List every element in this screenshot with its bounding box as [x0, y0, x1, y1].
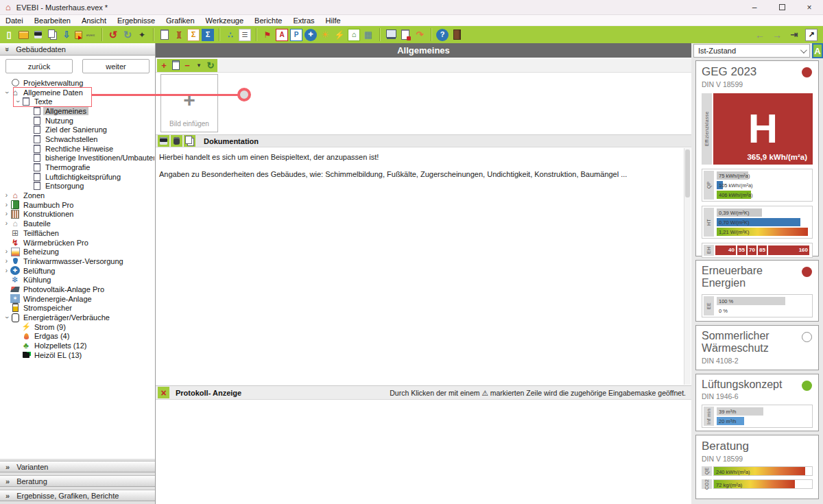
report-error-icon[interactable] — [399, 29, 412, 41]
exit-door-icon[interactable] — [451, 29, 463, 41]
trend-chart-icon[interactable]: ↗ — [805, 29, 818, 41]
sum-orange-icon[interactable]: Σ — [187, 29, 200, 41]
documentation-text[interactable]: Hierbei handelt es sich um einen Beispie… — [156, 148, 684, 385]
menu-item-extras[interactable]: Extras — [287, 16, 320, 25]
computer-report-icon[interactable] — [385, 29, 397, 41]
sum-blue-icon[interactable]: Σ — [202, 29, 214, 41]
flowchart-icon[interactable]: ∴ — [224, 29, 237, 41]
protokoll-close-button[interactable]: × — [158, 387, 169, 398]
building-geometry-icon[interactable]: ][ — [173, 29, 185, 41]
tree-expander-icon[interactable]: › — [3, 314, 10, 322]
p-badge-icon[interactable]: P — [290, 29, 302, 41]
tree-item-nutzung[interactable]: Nutzung — [0, 116, 154, 125]
tree-expander-icon[interactable]: › — [3, 220, 10, 227]
marker-flag-icon[interactable]: ⚑ — [261, 29, 274, 41]
menu-item-werkzeuge[interactable]: Werkzeuge — [200, 16, 249, 25]
replace-icon[interactable]: ↻ — [205, 60, 216, 71]
save-icon[interactable] — [32, 29, 44, 41]
redo-icon[interactable]: ↻ — [121, 29, 134, 41]
tree-expander-icon[interactable]: › — [3, 267, 10, 274]
next-button[interactable]: weiter — [82, 59, 150, 73]
accordion-varianten[interactable]: »Varianten — [0, 461, 155, 472]
tree-expander-icon[interactable]: › — [3, 211, 10, 217]
tree-item-allgemeines[interactable]: Allgemeines — [0, 106, 154, 116]
paste-icon[interactable] — [170, 60, 181, 71]
tree-item-stromspeicher[interactable]: Stromspeicher — [0, 304, 154, 313]
tree-item-raumbuch-pro[interactable]: ›Raumbuch Pro — [0, 200, 154, 210]
evex-badge-icon[interactable]: evex — [84, 29, 97, 41]
close-button[interactable]: × — [796, 3, 823, 12]
wizard-icon[interactable]: ✦ — [136, 29, 148, 41]
tree-expander-icon[interactable]: › — [3, 202, 10, 208]
tree-item-trinkwarmwasser-versorgung[interactable]: ›Trinkwarmwasser-Versorgung — [0, 256, 154, 266]
import-icon[interactable]: ⇩ — [60, 29, 73, 41]
a-button[interactable]: A — [812, 43, 823, 58]
menu-item-berichte[interactable]: Berichte — [249, 16, 287, 25]
tree-item-wärmebrücken-pro[interactable]: ↯Wärmebrücken Pro — [0, 238, 154, 248]
tree-item-zonen[interactable]: ›⌂Zonen — [0, 191, 154, 200]
tree-item-allgemeine-daten[interactable]: ›⌂Allgemeine Daten — [0, 88, 154, 97]
menu-item-ansicht[interactable]: Ansicht — [76, 16, 112, 25]
sidebar-header[interactable]: » Gebäudedaten — [0, 43, 155, 56]
tree-expander-icon[interactable]: › — [3, 248, 10, 255]
tree-item-windenergie-anlage[interactable]: ✶Windenergie-Anlage — [0, 294, 154, 304]
nav-forward-icon[interactable]: → — [771, 29, 783, 41]
menu-item-ergebnisse[interactable]: Ergebnisse — [112, 16, 160, 25]
tree-item-teilflächen[interactable]: ⊞Teilflächen — [0, 228, 154, 238]
tree-item-entsorgung[interactable]: Entsorgung — [0, 182, 154, 191]
nav-goto-icon[interactable]: ⇥ — [788, 29, 800, 41]
accordion-ergebnisse-grafiken-berichte[interactable]: »Ergebnisse, Grafiken, Berichte — [0, 490, 155, 501]
tree-item-luftdichtigkeitsprüfung[interactable]: Luftdichtigkeitsprüfung — [0, 172, 154, 182]
accordion-beratung[interactable]: »Beratung — [0, 475, 155, 487]
window-grid-icon[interactable]: ▦ — [362, 29, 374, 41]
doc-toolbar-button[interactable] — [184, 135, 195, 147]
tree-item-bauteile[interactable]: ›⌂Bauteile — [0, 219, 154, 228]
state-select[interactable]: Ist-Zustand — [693, 44, 810, 58]
tree-item-strom-9[interactable]: ⚡Strom (9) — [0, 322, 154, 332]
copy-icon[interactable] — [46, 29, 58, 41]
curve-icon[interactable]: ↷ — [414, 29, 426, 41]
doc-toolbar-button[interactable] — [158, 135, 169, 147]
tree-expander-icon[interactable]: › — [3, 258, 10, 265]
bolt-icon[interactable]: ⚡ — [333, 29, 346, 41]
tree-item-holzpellets-12[interactable]: ♣Holzpellets (12) — [0, 341, 154, 350]
tree-item-thermografie[interactable]: Thermografie — [0, 163, 154, 172]
tree-item-heizöl-el-13[interactable]: Heizöl EL (13) — [0, 350, 154, 360]
remove-row-icon[interactable]: − — [182, 60, 193, 71]
tree-item-projektverwaltung[interactable]: Projektverwaltung — [0, 78, 154, 88]
tree-item-erdgas-4[interactable]: Erdgas (4) — [0, 332, 154, 341]
tree-item-photovoltaik-anlage-pro[interactable]: Photovoltaik-Anlage Pro — [0, 285, 154, 294]
nav-back-icon[interactable]: ← — [754, 29, 766, 41]
tree-item-texte[interactable]: ›Texte — [0, 97, 154, 106]
tree-item-energieträger-verbräuche[interactable]: ›Energieträger/Verbräuche — [0, 313, 154, 322]
undo-icon[interactable]: ↺ — [107, 29, 119, 41]
tree-expander-icon[interactable]: › — [14, 98, 21, 106]
tree-item-bisherige-investitionen-umbauten[interactable]: bisherige Investitionen/Umbauten — [0, 154, 154, 163]
insert-row-icon[interactable]: + — [158, 60, 169, 71]
menu-item-bearbeiten[interactable]: Bearbeiten — [29, 16, 76, 25]
fan-icon[interactable]: ✚ — [305, 29, 317, 41]
open-folder-icon[interactable] — [17, 29, 29, 41]
image-placeholder[interactable]: + Bild einfügen — [160, 74, 218, 132]
tree-item-rechtliche-hinweise[interactable]: Rechtliche Hinweise — [0, 144, 154, 154]
tree-item-belüftung[interactable]: ›✚Belüftung — [0, 266, 154, 276]
export-folder-icon[interactable] — [75, 29, 82, 41]
tree-expander-icon[interactable]: › — [3, 88, 10, 96]
sun-icon[interactable]: ☀ — [319, 29, 331, 41]
report-doc-icon[interactable] — [158, 29, 171, 41]
help-icon[interactable]: ? — [436, 29, 449, 41]
a-badge-icon[interactable]: A — [276, 29, 288, 41]
menu-item-hilfe[interactable]: Hilfe — [320, 16, 346, 25]
back-button[interactable]: zurück — [5, 59, 73, 73]
menu-item-datei[interactable]: Datei — [0, 16, 29, 25]
minimize-button[interactable]: – — [741, 3, 768, 12]
new-file-icon[interactable]: ▯ — [3, 29, 15, 41]
tree-item-ziel-der-sanierung[interactable]: Ziel der Sanierung — [0, 125, 154, 134]
house-energy-icon[interactable]: ⌂ — [348, 29, 360, 41]
list-outline-icon[interactable]: ☰ — [239, 29, 251, 41]
maximize-button[interactable] — [768, 3, 796, 12]
tree-item-konstruktionen[interactable]: ›Konstruktionen — [0, 210, 154, 219]
tree-item-beheizung[interactable]: ›Beheizung — [0, 247, 154, 256]
tree-item-schwachstellen[interactable]: Schwachstellen — [0, 134, 154, 144]
tree-item-kühlung[interactable]: ❄Kühlung — [0, 275, 154, 285]
